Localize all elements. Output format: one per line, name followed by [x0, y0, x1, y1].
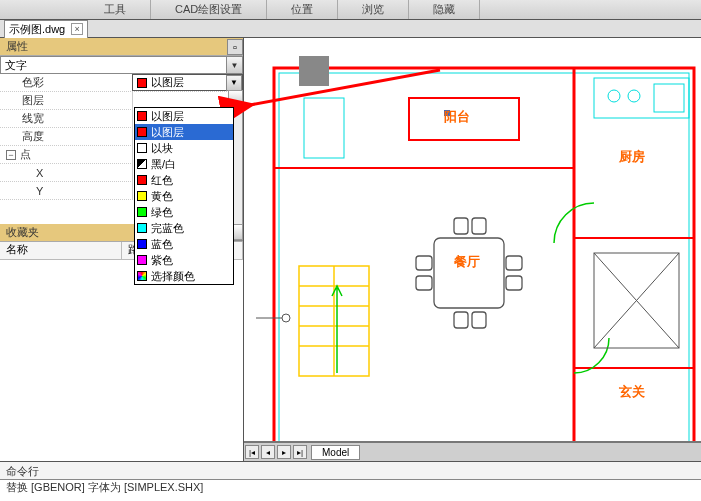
svg-rect-21	[416, 276, 432, 290]
panel-title: 属性	[0, 39, 28, 54]
color-swatch-icon	[137, 127, 147, 137]
color-swatch-icon	[137, 191, 147, 201]
prop-color-text: 以图层	[151, 75, 184, 90]
minus-icon[interactable]: −	[6, 150, 16, 160]
label-balcony[interactable]: 阳台	[444, 108, 470, 126]
prop-color-value[interactable]: 以图层 ▼	[132, 74, 243, 91]
label-kitchen: 厨房	[619, 148, 645, 166]
svg-rect-0	[274, 68, 694, 461]
scroll-first-icon[interactable]: |◂	[245, 445, 259, 459]
svg-rect-17	[472, 218, 486, 234]
dd-bylayer[interactable]: 以图层	[135, 124, 233, 140]
scroll-last-icon[interactable]: ▸|	[293, 445, 307, 459]
dd-yellow[interactable]: 黄色	[135, 188, 233, 204]
svg-rect-19	[472, 312, 486, 328]
color-swatch-icon	[137, 111, 147, 121]
label-dining: 餐厅	[454, 253, 480, 271]
dd-select-color[interactable]: 选择颜色	[135, 268, 233, 284]
svg-point-34	[282, 314, 290, 322]
model-tab-bar: |◂ ◂ ▸ ▸| Model	[244, 441, 701, 461]
prop-y-label: Y	[0, 185, 132, 197]
scroll-next-icon[interactable]: ▸	[277, 445, 291, 459]
file-tab[interactable]: 示例图.dwg ×	[4, 20, 88, 38]
prop-color-label: 色彩	[0, 75, 132, 90]
prop-x-label: X	[0, 167, 132, 179]
svg-rect-1	[279, 73, 689, 461]
svg-rect-15	[434, 238, 504, 308]
menu-tools[interactable]: 工具	[80, 0, 151, 19]
dd-magenta[interactable]: 紫色	[135, 252, 233, 268]
color-dropdown[interactable]: 以图层 以图层 以块 黑/白 红色 黄色 绿色 完蓝色 蓝色 紫色 选择颜色	[134, 107, 234, 285]
prop-height-label: 高度	[0, 129, 132, 144]
prop-lineweight-label: 线宽	[0, 111, 132, 126]
color-swatch-icon	[137, 271, 147, 281]
col-name[interactable]: 名称	[0, 242, 122, 259]
color-swatch-icon	[137, 207, 147, 217]
dd-bylayer-top[interactable]: 以图层	[135, 108, 233, 124]
main-area: 属性 ▫ ▼ 色彩 以图层 ▼ 图层 线宽 高度 −点 X	[0, 38, 701, 461]
close-icon[interactable]: ×	[71, 23, 83, 35]
chevron-down-icon[interactable]: ▼	[226, 57, 242, 73]
svg-rect-18	[454, 312, 468, 328]
color-swatch-icon	[137, 159, 147, 169]
dd-cyan[interactable]: 完蓝色	[135, 220, 233, 236]
color-swatch-icon	[137, 78, 147, 88]
prop-point-label[interactable]: −点	[0, 147, 132, 162]
menu-hide[interactable]: 隐藏	[409, 0, 480, 19]
color-swatch-icon	[137, 255, 147, 265]
drawing-canvas[interactable]: 阳台 厨房 餐厅 玄关 |◂ ◂ ▸ ▸| Model	[244, 38, 701, 461]
dd-blue[interactable]: 蓝色	[135, 236, 233, 252]
scroll-prev-icon[interactable]: ◂	[261, 445, 275, 459]
tab-model[interactable]: Model	[311, 445, 360, 460]
svg-rect-2	[299, 56, 329, 86]
dd-blackwhite[interactable]: 黑/白	[135, 156, 233, 172]
label-entry: 玄关	[619, 383, 645, 401]
svg-rect-16	[454, 218, 468, 234]
menu-bar: 工具 CAD绘图设置 位置 浏览 隐藏	[0, 0, 701, 20]
file-tab-bar: 示例图.dwg ×	[0, 20, 701, 38]
file-tab-label: 示例图.dwg	[9, 22, 65, 37]
color-swatch-icon	[137, 239, 147, 249]
menu-position[interactable]: 位置	[267, 0, 338, 19]
svg-point-26	[628, 90, 640, 102]
object-type-combo[interactable]: ▼	[0, 56, 243, 74]
menu-cad-settings[interactable]: CAD绘图设置	[151, 0, 267, 19]
object-type-value[interactable]	[1, 57, 226, 73]
svg-rect-23	[506, 276, 522, 290]
color-swatch-icon	[137, 223, 147, 233]
prop-layer-label: 图层	[0, 93, 132, 108]
status-line: 替换 [GBENOR] 字体为 [SIMPLEX.SHX]	[0, 479, 701, 497]
svg-rect-22	[506, 256, 522, 270]
svg-rect-3	[304, 98, 344, 158]
color-swatch-icon	[137, 175, 147, 185]
dd-byblock[interactable]: 以块	[135, 140, 233, 156]
command-line-label: 命令行	[0, 461, 701, 479]
panel-header: 属性 ▫	[0, 38, 243, 56]
svg-rect-27	[654, 84, 684, 112]
favorites-title: 收藏夹	[0, 225, 39, 240]
svg-rect-20	[416, 256, 432, 270]
chevron-down-icon[interactable]: ▼	[226, 75, 242, 91]
dd-green[interactable]: 绿色	[135, 204, 233, 220]
dd-red[interactable]: 红色	[135, 172, 233, 188]
color-swatch-icon	[137, 143, 147, 153]
favorites-body	[0, 260, 243, 461]
menu-browse[interactable]: 浏览	[338, 0, 409, 19]
panel-collapse-icon[interactable]: ▫	[227, 39, 243, 55]
svg-point-25	[608, 90, 620, 102]
